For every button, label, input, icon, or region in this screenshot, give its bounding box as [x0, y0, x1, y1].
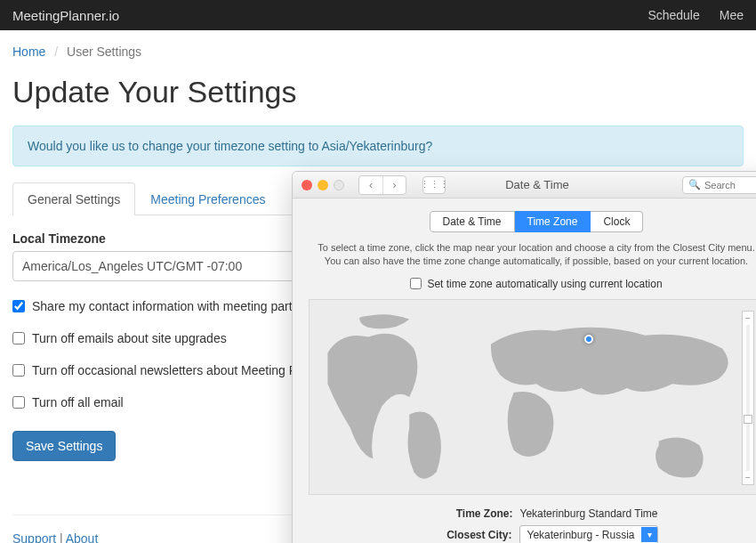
breadcrumb: Home / User Settings	[12, 30, 744, 68]
back-button[interactable]: ‹	[359, 176, 382, 194]
tab-general-settings[interactable]: General Settings	[12, 182, 135, 215]
breadcrumb-separator: /	[54, 45, 58, 59]
mac-titlebar[interactable]: ‹ › ⋮⋮⋮ Date & Time 🔍	[293, 172, 756, 199]
mac-window-title: Date & Time	[398, 178, 677, 191]
closest-city-value: Yekaterinburg - Russia	[520, 526, 642, 543]
mac-date-time-window: ‹ › ⋮⋮⋮ Date & Time 🔍 Date & Time Time Z…	[292, 171, 756, 543]
breadcrumb-home[interactable]: Home	[12, 45, 45, 59]
segmented-control: Date & Time Time Zone Clock	[309, 211, 756, 232]
breadcrumb-current: User Settings	[67, 45, 141, 59]
share-contact-label: Share my contact information with meetin…	[32, 299, 334, 313]
seg-time-zone[interactable]: Time Zone	[515, 211, 591, 232]
auto-timezone-label: Set time zone automatically using curren…	[427, 278, 662, 290]
nav-schedule[interactable]: Schedule	[647, 8, 699, 22]
turn-off-newsletters-label: Turn off occasional newsletters about Me…	[32, 363, 332, 377]
turn-off-all-label: Turn off all email	[32, 395, 124, 409]
mac-info-text: To select a time zone, click the map nea…	[309, 241, 756, 269]
turn-off-newsletters-checkbox[interactable]	[12, 364, 25, 377]
mac-search-input[interactable]	[704, 180, 756, 190]
seg-clock[interactable]: Clock	[591, 211, 643, 232]
page-title: Update Your Settings	[12, 75, 744, 109]
turn-off-upgrades-label: Turn off emails about site upgrades	[32, 331, 227, 345]
zoom-in-button[interactable]: −	[745, 313, 751, 323]
save-settings-button[interactable]: Save Settings	[12, 431, 116, 461]
zoom-thumb[interactable]	[744, 415, 752, 424]
closest-city-label: Closest City:	[414, 529, 512, 541]
world-map[interactable]: − −	[309, 299, 756, 495]
minimize-icon[interactable]	[318, 180, 328, 190]
turn-off-upgrades-checkbox[interactable]	[12, 332, 25, 344]
zoom-icon[interactable]	[334, 180, 344, 190]
tab-meeting-preferences[interactable]: Meeting Preferences	[135, 182, 280, 215]
chevron-down-icon[interactable]: ▾	[641, 527, 657, 542]
closest-city-select[interactable]: Yekaterinburg - Russia ▾	[519, 525, 659, 543]
timezone-label: Time Zone:	[415, 507, 513, 520]
top-navbar: MeetingPlanner.io Schedule Mee	[0, 0, 756, 30]
share-contact-checkbox[interactable]	[12, 300, 25, 312]
zoom-slider[interactable]: − −	[742, 311, 754, 485]
mac-search[interactable]: 🔍	[682, 176, 756, 194]
search-icon: 🔍	[688, 179, 701, 190]
close-icon[interactable]	[302, 180, 312, 190]
zoom-out-button[interactable]: −	[745, 473, 751, 482]
footer-about[interactable]: About	[66, 531, 99, 543]
seg-date-time[interactable]: Date & Time	[430, 211, 515, 232]
brand[interactable]: MeetingPlanner.io	[12, 8, 119, 23]
nav-meetings-truncated[interactable]: Mee	[720, 8, 744, 22]
auto-timezone-checkbox[interactable]	[410, 278, 422, 289]
footer-support[interactable]: Support	[12, 531, 56, 543]
turn-off-all-checkbox[interactable]	[12, 396, 25, 409]
timezone-alert[interactable]: Would you like us to change your timezon…	[12, 126, 744, 166]
map-pin-icon	[584, 335, 593, 344]
timezone-value: Yekaterinburg Standard Time	[520, 507, 658, 520]
